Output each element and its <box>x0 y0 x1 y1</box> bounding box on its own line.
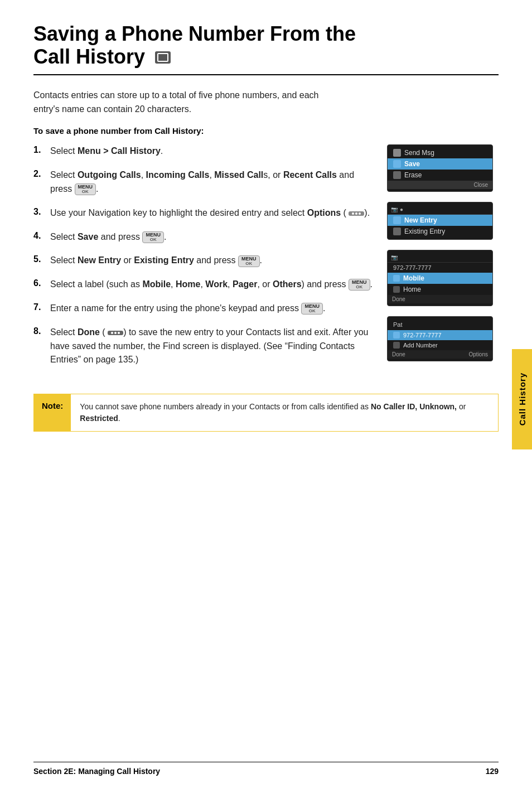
intro-text: Contacts entries can store up to a total… <box>33 89 323 117</box>
step-text-3: Use your Navigation key to highlight the… <box>50 206 370 220</box>
step-text-4: Select Save and press MENU OK . <box>50 230 166 244</box>
note-box: Note: You cannot save phone numbers alre… <box>33 394 499 432</box>
ss2-existingentry: Existing Entry <box>388 226 492 237</box>
step-num-4: 4. <box>33 231 50 241</box>
menu-ok-btn-4: MENU OK <box>142 231 164 243</box>
page-container: Call History Saving a Phone Number From … <box>0 0 532 798</box>
step-1: 1. Select Menu > Call History. <box>33 144 376 158</box>
step-text-5: Select New Entry or Existing Entry and p… <box>50 254 262 268</box>
step-text-1: Select Menu > Call History. <box>50 144 163 158</box>
options-btn <box>349 211 364 216</box>
step-2: 2. Select Outgoing Calls, Incoming Calls… <box>33 168 376 196</box>
step-num-8: 8. <box>33 326 50 336</box>
ss3-home: Home <box>388 284 492 295</box>
ss1-save: Save <box>388 158 492 170</box>
ss3-phone: 972-777-7777 <box>388 263 492 273</box>
menu-icon <box>155 51 171 64</box>
page-title: Saving a Phone Number From the Call Hist… <box>33 22 499 69</box>
ss4-donebar: Done Options <box>388 350 492 359</box>
ss2-newentry: New Entry <box>388 215 492 226</box>
menu-ok-btn-5: MENU OK <box>238 255 260 267</box>
menu-ok-btn-7: MENU OK <box>301 303 323 315</box>
side-tab-label: Call History <box>518 373 527 425</box>
steps-section: 1. Select Menu > Call History. 2. Select… <box>33 144 499 377</box>
screenshot-4: Pat 972-777-7777 Add Number Done Options <box>387 316 493 361</box>
step-7: 7. Enter a name for the entry using the … <box>33 302 376 316</box>
step-text-8: Select Done ( ) to save the new entry to… <box>50 326 376 367</box>
step-4: 4. Select Save and press MENU OK . <box>33 230 376 244</box>
footer-section: Section 2E: Managing Call History <box>33 767 160 776</box>
page-footer: Section 2E: Managing Call History 129 <box>33 762 499 776</box>
note-content: You cannot save phone numbers already in… <box>71 394 498 431</box>
menu-ok-btn-2: MENU OK <box>75 183 96 195</box>
ss4-addnum: Add Number <box>388 340 492 350</box>
ss3-mobile: Mobile <box>388 273 492 284</box>
ss4-name: Pat <box>388 319 492 330</box>
title-divider <box>33 74 499 75</box>
step-num-7: 7. <box>33 302 50 312</box>
ss3-donebar: Done <box>388 295 492 303</box>
note-label: Note: <box>34 394 71 431</box>
menu-ok-btn-6: MENU OK <box>349 279 370 291</box>
step-8: 8. Select Done ( ) to save the new entry… <box>33 326 376 367</box>
ss4-phone: 972-777-7777 <box>388 330 492 340</box>
ss1-closebar: Close <box>388 181 492 189</box>
step-num-5: 5. <box>33 254 50 264</box>
step-5: 5. Select New Entry or Existing Entry an… <box>33 254 376 268</box>
side-tab: Call History <box>512 349 532 449</box>
step-num-1: 1. <box>33 145 50 155</box>
step-text-2: Select Outgoing Calls, Incoming Calls, M… <box>50 168 376 196</box>
step-3: 3. Use your Navigation key to highlight … <box>33 206 376 220</box>
step-text-6: Select a label (such as Mobile, Home, Wo… <box>50 278 373 292</box>
ss1-sendmsg: Send Msg <box>388 147 492 158</box>
step-num-3: 3. <box>33 207 50 217</box>
steps-list: 1. Select Menu > Call History. 2. Select… <box>33 144 387 377</box>
screenshot-1: Send Msg Save Erase Close <box>387 144 493 192</box>
done-btn <box>108 331 123 335</box>
title-line2: Call History <box>33 45 145 68</box>
step-num-6: 6. <box>33 278 50 288</box>
screenshot-2: 📷 ● New Entry Existing Entry <box>387 202 493 240</box>
step-text-7: Enter a name for the entry using the pho… <box>50 302 325 316</box>
screenshot-3: 📷 972-777-7777 Mobile Home Done <box>387 250 493 306</box>
to-save-label: To save a phone number from Call History… <box>33 126 499 136</box>
step-num-2: 2. <box>33 169 50 179</box>
ss1-erase: Erase <box>388 170 492 181</box>
step-6: 6. Select a label (such as Mobile, Home,… <box>33 278 376 292</box>
title-line1: Saving a Phone Number From the <box>33 22 356 45</box>
screenshots-col: Send Msg Save Erase Close 📷 ● <box>387 144 499 377</box>
footer-page: 129 <box>486 767 499 776</box>
